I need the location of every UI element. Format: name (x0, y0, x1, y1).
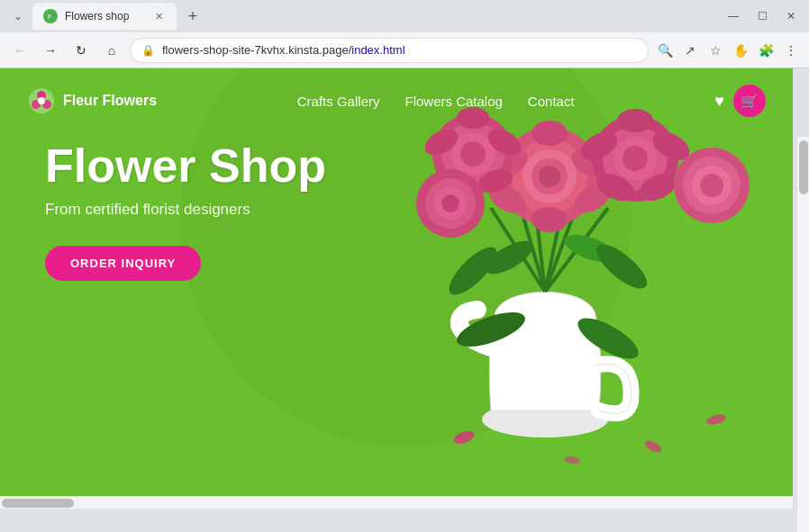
reload-button[interactable]: ↻ (68, 38, 94, 63)
home-button[interactable]: ⌂ (99, 38, 124, 63)
svg-point-58 (643, 438, 663, 455)
hand-icon[interactable]: ✋ (730, 40, 751, 61)
logo-icon (27, 86, 56, 115)
close-button[interactable]: ✕ (780, 5, 802, 27)
svg-point-56 (441, 194, 459, 212)
main-area: Fleur Flowers Crafts Gallery Flowers Cat… (0, 68, 809, 496)
url-path: /index.html (349, 43, 405, 57)
logo-text: Fleur Flowers (63, 93, 157, 109)
title-bar: ⌄ F Flowers shop ✕ + — ☐ ✕ (0, 0, 809, 32)
svg-point-24 (539, 166, 560, 187)
hero-content: Flower Shop From certified florist desig… (45, 140, 326, 281)
horizontal-scrollbar-thumb[interactable] (2, 499, 74, 508)
tab-title: Flowers shop (65, 10, 129, 23)
svg-point-17 (590, 238, 653, 296)
url-domain: flowers-shop-site-7kvhx.kinsta.page (162, 43, 349, 57)
scrollbar-thumb[interactable] (799, 140, 808, 194)
site-nav: Fleur Flowers Crafts Gallery Flowers Cat… (0, 68, 793, 133)
forward-button[interactable]: → (38, 38, 63, 63)
url-text: flowers-shop-site-7kvhx.kinsta.page/inde… (162, 43, 405, 57)
bookmark-icon[interactable]: ☆ (704, 40, 726, 61)
new-tab-button[interactable]: + (180, 4, 205, 29)
site-nav-links: Crafts Gallery Flowers Catalog Contact (297, 94, 575, 109)
svg-point-60 (563, 455, 580, 464)
minimize-button[interactable]: — (723, 5, 744, 27)
lock-icon: 🔒 (141, 44, 155, 57)
browser-menu-icon[interactable]: ⋮ (780, 40, 802, 61)
maximize-button[interactable]: ☐ (751, 5, 773, 27)
nav-crafts-gallery[interactable]: Crafts Gallery (297, 94, 380, 109)
url-right-icons: 🔍 ↗ ☆ ✋ 🧩 ⋮ (654, 40, 802, 61)
tab-favicon: F (43, 9, 58, 23)
svg-point-59 (705, 412, 727, 426)
hero-title: Flower Shop (45, 140, 326, 192)
order-inquiry-button[interactable]: ORDER INQUIRY (45, 246, 201, 281)
search-icon[interactable]: 🔍 (654, 40, 676, 61)
back-button[interactable]: ← (7, 38, 32, 63)
svg-text:F: F (48, 14, 51, 20)
nav-contact[interactable]: Contact (528, 94, 575, 109)
svg-point-43 (623, 146, 648, 171)
horizontal-scrollbar[interactable] (0, 496, 793, 509)
wishlist-button[interactable]: ♥ (714, 92, 724, 111)
svg-point-52 (700, 174, 723, 197)
url-bar[interactable]: 🔒 flowers-shop-site-7kvhx.kinsta.page/in… (130, 38, 649, 63)
share-icon[interactable]: ↗ (679, 40, 701, 61)
svg-point-28 (532, 207, 568, 232)
window-controls: — ☐ ✕ (723, 5, 802, 27)
chevron-down-icon[interactable]: ⌄ (7, 5, 29, 27)
nav-flowers-catalog[interactable]: Flowers Catalog (404, 94, 502, 109)
svg-point-57 (452, 428, 477, 446)
cart-button[interactable]: 🛒 (733, 85, 766, 117)
extensions-icon[interactable]: 🧩 (755, 40, 777, 61)
svg-point-34 (460, 141, 486, 167)
title-bar-left: ⌄ F Flowers shop ✕ + (7, 3, 205, 30)
nav-icons: ♥ 🛒 (714, 85, 766, 117)
svg-point-6 (38, 97, 45, 104)
vertical-scrollbar[interactable] (796, 137, 809, 532)
site-logo: Fleur Flowers (27, 86, 157, 115)
hero-subtitle: From certified florist designers (45, 201, 326, 219)
address-bar: ← → ↻ ⌂ 🔒 flowers-shop-site-7kvhx.kinsta… (0, 32, 809, 68)
tab-close-button[interactable]: ✕ (151, 9, 166, 23)
website-container: Fleur Flowers Crafts Gallery Flowers Cat… (0, 68, 793, 496)
browser-tab[interactable]: F Flowers shop ✕ (32, 3, 177, 30)
